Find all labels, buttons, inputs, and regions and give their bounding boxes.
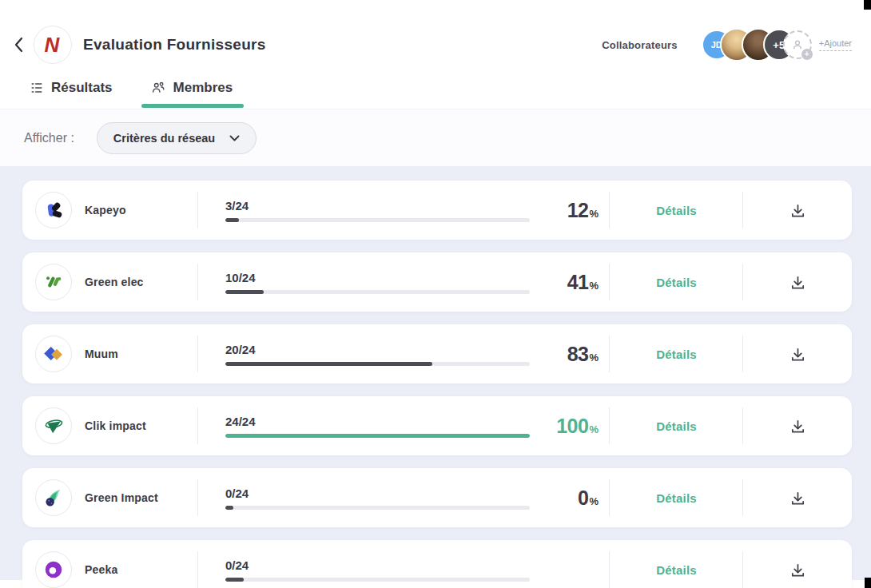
filter-dropdown-value: Critères du réseau: [113, 132, 215, 145]
details-button[interactable]: Détails: [656, 204, 697, 217]
progress-block: 0/24: [225, 558, 530, 582]
progress-fill: [225, 362, 432, 366]
kapeyo-logo-icon: [35, 192, 72, 228]
supplier-row: Muum 20/24 83 % Détails: [22, 324, 852, 383]
download-icon: [789, 202, 806, 219]
app-logo: N: [34, 26, 72, 64]
details-button[interactable]: Détails: [656, 419, 697, 433]
details-button[interactable]: Détails: [656, 348, 697, 361]
percent-sign: %: [589, 280, 599, 292]
screen-artifact: [865, 578, 871, 588]
progress-track: [225, 434, 530, 438]
collaborators-label: Collaborateurs: [602, 39, 678, 51]
clik-impact-logo-icon: [35, 407, 72, 444]
progress-block: 24/24: [225, 415, 530, 438]
progress-fill: [225, 218, 239, 222]
score-label: 20/24: [225, 343, 530, 356]
supplier-row: Peeka 0/24 Détails: [22, 540, 852, 588]
supplier-row: Kapeyo 3/24 12 % Détails: [22, 181, 852, 240]
supplier-list: Kapeyo 3/24 12 % Détails: [0, 166, 871, 580]
download-icon: [789, 490, 806, 507]
tab-label: Résultats: [51, 80, 113, 96]
green-impact-logo-icon: [35, 479, 72, 516]
supplier-name: Peeka: [85, 563, 117, 576]
green-elec-logo-icon: [35, 264, 72, 300]
percent-sign: %: [589, 423, 599, 435]
progress-fill: [225, 578, 244, 582]
supplier-name: Green elec: [85, 276, 144, 288]
download-icon: [789, 418, 806, 435]
filter-label: Afficher :: [24, 131, 74, 145]
progress-track: [225, 218, 530, 222]
download-icon: [789, 562, 806, 578]
score-label: 3/24: [225, 199, 530, 213]
percent-value: 100 %: [556, 415, 599, 438]
progress-track: [225, 362, 530, 366]
people-icon: [151, 81, 165, 95]
add-collaborator-button[interactable]: +: [783, 30, 812, 59]
download-button[interactable]: [785, 197, 811, 224]
filter-dropdown[interactable]: Critères du réseau: [97, 122, 257, 154]
back-button[interactable]: [8, 37, 29, 53]
n-logo-icon: N: [45, 34, 60, 55]
person-add-icon: [791, 38, 804, 51]
chevron-left-icon: [14, 37, 23, 53]
supplier-name: Kapeyo: [85, 204, 126, 217]
add-collaborator-label[interactable]: +Ajouter: [819, 38, 852, 51]
progress-block: 10/24: [225, 271, 530, 294]
download-button[interactable]: [785, 341, 811, 368]
supplier-name: Muum: [85, 348, 118, 360]
supplier-name: Clik impact: [85, 419, 146, 432]
download-button[interactable]: [785, 413, 811, 439]
score-label: 24/24: [225, 415, 530, 428]
tab-results[interactable]: Résultats: [30, 80, 113, 96]
percent-value: 12 %: [567, 199, 599, 222]
page-title: Evaluation Fournisseurs: [83, 36, 266, 54]
supplier-row: Clik impact 24/24 100 % Détails: [22, 396, 852, 455]
details-button[interactable]: Détails: [656, 491, 697, 505]
progress-track: [225, 290, 530, 294]
download-icon: [789, 274, 806, 291]
muum-logo-icon: [35, 336, 72, 372]
percent-value: 83 %: [567, 343, 599, 366]
score-label: 10/24: [225, 271, 530, 284]
percent-value: 0 %: [578, 487, 599, 510]
progress-block: 0/24: [225, 487, 530, 510]
percent-sign: %: [589, 495, 599, 507]
download-button[interactable]: [785, 485, 811, 511]
progress-block: 20/24: [225, 343, 530, 366]
plus-badge-icon: +: [801, 49, 813, 60]
list-icon: [30, 81, 43, 94]
percent-value: 41 %: [567, 271, 599, 294]
score-label: 0/24: [225, 487, 530, 500]
screen-artifact: [864, 0, 871, 10]
filter-bar: Afficher : Critères du réseau: [0, 109, 871, 166]
percent-sign: %: [589, 352, 599, 364]
download-button[interactable]: [785, 557, 811, 583]
tab-bar: Résultats Membres: [30, 80, 871, 109]
progress-track: [225, 506, 530, 510]
progress-fill: [225, 434, 530, 438]
score-label: 0/24: [225, 558, 530, 572]
header: N Evaluation Fournisseurs Collaborateurs…: [8, 24, 852, 66]
progress-track: [225, 578, 530, 582]
supplier-row: Green elec 10/24 41 % Détails: [22, 252, 852, 312]
tab-label: Membres: [173, 80, 233, 96]
progress-fill: [225, 290, 264, 294]
download-icon: [789, 346, 806, 363]
details-button[interactable]: Détails: [656, 563, 697, 577]
avatar-stack: JD +5 + +Ajouter: [702, 28, 852, 62]
download-button[interactable]: [785, 269, 811, 296]
peeka-logo-icon: [35, 551, 72, 588]
supplier-row: Green Impact 0/24 0 % Détails: [22, 468, 852, 527]
supplier-name: Green Impact: [85, 491, 158, 504]
details-button[interactable]: Détails: [656, 276, 697, 289]
progress-block: 3/24: [225, 199, 530, 222]
percent-sign: %: [589, 208, 599, 220]
tab-members[interactable]: Membres: [151, 80, 233, 96]
progress-fill: [225, 506, 233, 510]
chevron-down-icon: [229, 135, 240, 141]
